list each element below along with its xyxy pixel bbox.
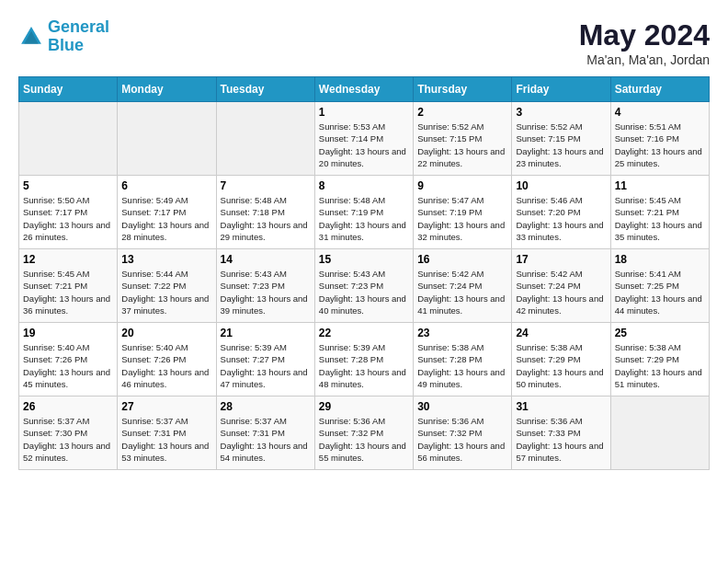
calendar-week-2: 5 Sunrise: 5:50 AMSunset: 7:17 PMDayligh… [19, 176, 710, 249]
day-number: 3 [516, 106, 606, 119]
calendar-cell: 27 Sunrise: 5:37 AMSunset: 7:31 PMDaylig… [118, 396, 216, 470]
month-title: May 2024 [579, 18, 710, 52]
day-number: 6 [121, 179, 211, 192]
day-info: Sunrise: 5:36 AMSunset: 7:32 PMDaylight:… [319, 415, 409, 464]
day-number: 8 [319, 179, 409, 192]
day-number: 19 [23, 327, 113, 339]
day-info: Sunrise: 5:38 AMSunset: 7:29 PMDaylight:… [516, 341, 606, 390]
day-info: Sunrise: 5:40 AMSunset: 7:26 PMDaylight:… [23, 341, 113, 390]
day-number: 30 [417, 400, 507, 413]
calendar-cell: 3 Sunrise: 5:52 AMSunset: 7:15 PMDayligh… [512, 102, 610, 176]
calendar-cell: 28 Sunrise: 5:37 AMSunset: 7:31 PMDaylig… [216, 396, 314, 470]
calendar-cell: 26 Sunrise: 5:37 AMSunset: 7:30 PMDaylig… [19, 396, 118, 470]
day-number: 17 [516, 253, 606, 266]
calendar-cell: 12 Sunrise: 5:45 AMSunset: 7:21 PMDaylig… [19, 249, 118, 323]
day-info: Sunrise: 5:40 AMSunset: 7:26 PMDaylight:… [121, 341, 211, 390]
day-info: Sunrise: 5:44 AMSunset: 7:22 PMDaylight:… [121, 268, 211, 316]
day-info: Sunrise: 5:53 AMSunset: 7:14 PMDaylight:… [319, 121, 409, 169]
day-number: 21 [221, 327, 311, 339]
calendar-cell: 19 Sunrise: 5:40 AMSunset: 7:26 PMDaylig… [19, 323, 118, 396]
calendar-cell: 25 Sunrise: 5:38 AMSunset: 7:29 PMDaylig… [610, 323, 709, 396]
weekday-row: Sunday Monday Tuesday Wednesday Thursday… [19, 77, 710, 102]
calendar-header: Sunday Monday Tuesday Wednesday Thursday… [19, 77, 710, 102]
day-number: 7 [221, 179, 311, 192]
page-header: General Blue May 2024 Ma'an, Ma'an, Jord… [18, 18, 710, 67]
day-number: 24 [516, 327, 606, 339]
header-thursday: Thursday [414, 77, 512, 102]
day-info: Sunrise: 5:43 AMSunset: 7:23 PMDaylight:… [319, 268, 409, 316]
day-info: Sunrise: 5:48 AMSunset: 7:18 PMDaylight:… [221, 194, 311, 243]
calendar-cell: 7 Sunrise: 5:48 AMSunset: 7:18 PMDayligh… [216, 176, 314, 249]
calendar-cell: 4 Sunrise: 5:51 AMSunset: 7:16 PMDayligh… [610, 102, 709, 176]
day-info: Sunrise: 5:45 AMSunset: 7:21 PMDaylight:… [615, 194, 705, 243]
day-number: 28 [221, 400, 311, 413]
calendar-cell: 17 Sunrise: 5:42 AMSunset: 7:24 PMDaylig… [512, 249, 610, 323]
header-wednesday: Wednesday [314, 77, 413, 102]
day-info: Sunrise: 5:52 AMSunset: 7:15 PMDaylight:… [417, 121, 507, 169]
calendar-cell: 11 Sunrise: 5:45 AMSunset: 7:21 PMDaylig… [610, 176, 709, 249]
calendar-cell: 15 Sunrise: 5:43 AMSunset: 7:23 PMDaylig… [314, 249, 413, 323]
day-number: 12 [23, 253, 113, 266]
day-number: 14 [221, 253, 311, 266]
calendar-cell: 30 Sunrise: 5:36 AMSunset: 7:32 PMDaylig… [414, 396, 512, 470]
calendar-week-5: 26 Sunrise: 5:37 AMSunset: 7:30 PMDaylig… [19, 396, 710, 470]
day-info: Sunrise: 5:48 AMSunset: 7:19 PMDaylight:… [319, 194, 409, 243]
calendar-body: 1 Sunrise: 5:53 AMSunset: 7:14 PMDayligh… [19, 102, 710, 470]
calendar-cell: 31 Sunrise: 5:36 AMSunset: 7:33 PMDaylig… [512, 396, 610, 470]
day-info: Sunrise: 5:50 AMSunset: 7:17 PMDaylight:… [23, 194, 113, 243]
day-info: Sunrise: 5:45 AMSunset: 7:21 PMDaylight:… [23, 268, 113, 316]
calendar-cell: 1 Sunrise: 5:53 AMSunset: 7:14 PMDayligh… [314, 102, 413, 176]
day-info: Sunrise: 5:39 AMSunset: 7:28 PMDaylight:… [319, 341, 409, 390]
day-info: Sunrise: 5:46 AMSunset: 7:20 PMDaylight:… [516, 194, 606, 243]
calendar-cell: 29 Sunrise: 5:36 AMSunset: 7:32 PMDaylig… [314, 396, 413, 470]
day-info: Sunrise: 5:37 AMSunset: 7:31 PMDaylight:… [121, 415, 211, 464]
day-info: Sunrise: 5:42 AMSunset: 7:24 PMDaylight:… [417, 268, 507, 316]
day-number: 10 [516, 179, 606, 192]
day-info: Sunrise: 5:43 AMSunset: 7:23 PMDaylight:… [221, 268, 311, 316]
day-info: Sunrise: 5:38 AMSunset: 7:29 PMDaylight:… [615, 341, 705, 390]
calendar-cell: 14 Sunrise: 5:43 AMSunset: 7:23 PMDaylig… [216, 249, 314, 323]
logo: General Blue [18, 18, 109, 55]
header-monday: Monday [118, 77, 216, 102]
calendar-cell: 9 Sunrise: 5:47 AMSunset: 7:19 PMDayligh… [414, 176, 512, 249]
header-friday: Friday [512, 77, 610, 102]
calendar-cell: 6 Sunrise: 5:49 AMSunset: 7:17 PMDayligh… [118, 176, 216, 249]
day-info: Sunrise: 5:51 AMSunset: 7:16 PMDaylight:… [615, 121, 705, 169]
calendar-week-3: 12 Sunrise: 5:45 AMSunset: 7:21 PMDaylig… [19, 249, 710, 323]
calendar-cell [216, 102, 314, 176]
day-number: 31 [516, 400, 606, 413]
calendar-cell: 22 Sunrise: 5:39 AMSunset: 7:28 PMDaylig… [314, 323, 413, 396]
day-number: 16 [417, 253, 507, 266]
day-number: 20 [121, 327, 211, 339]
calendar-cell: 21 Sunrise: 5:39 AMSunset: 7:27 PMDaylig… [216, 323, 314, 396]
day-number: 23 [417, 327, 507, 339]
logo-icon [18, 24, 44, 50]
logo-text: General Blue [48, 18, 109, 55]
day-info: Sunrise: 5:39 AMSunset: 7:27 PMDaylight:… [221, 341, 311, 390]
header-tuesday: Tuesday [216, 77, 314, 102]
day-info: Sunrise: 5:41 AMSunset: 7:25 PMDaylight:… [615, 268, 705, 316]
day-number: 18 [615, 253, 705, 266]
calendar-cell: 5 Sunrise: 5:50 AMSunset: 7:17 PMDayligh… [19, 176, 118, 249]
day-info: Sunrise: 5:36 AMSunset: 7:32 PMDaylight:… [417, 415, 507, 464]
day-number: 27 [121, 400, 211, 413]
calendar-cell: 13 Sunrise: 5:44 AMSunset: 7:22 PMDaylig… [118, 249, 216, 323]
calendar-cell: 18 Sunrise: 5:41 AMSunset: 7:25 PMDaylig… [610, 249, 709, 323]
logo-line1: General [48, 17, 109, 36]
day-number: 4 [615, 106, 705, 119]
day-info: Sunrise: 5:52 AMSunset: 7:15 PMDaylight:… [516, 121, 606, 169]
day-number: 5 [23, 179, 113, 192]
day-info: Sunrise: 5:37 AMSunset: 7:31 PMDaylight:… [221, 415, 311, 464]
calendar-cell: 20 Sunrise: 5:40 AMSunset: 7:26 PMDaylig… [118, 323, 216, 396]
day-info: Sunrise: 5:47 AMSunset: 7:19 PMDaylight:… [417, 194, 507, 243]
day-number: 2 [417, 106, 507, 119]
day-number: 25 [615, 327, 705, 339]
day-number: 22 [319, 327, 409, 339]
day-info: Sunrise: 5:42 AMSunset: 7:24 PMDaylight:… [516, 268, 606, 316]
day-info: Sunrise: 5:36 AMSunset: 7:33 PMDaylight:… [516, 415, 606, 464]
calendar-cell: 16 Sunrise: 5:42 AMSunset: 7:24 PMDaylig… [414, 249, 512, 323]
day-number: 26 [23, 400, 113, 413]
day-number: 15 [319, 253, 409, 266]
calendar-cell: 2 Sunrise: 5:52 AMSunset: 7:15 PMDayligh… [414, 102, 512, 176]
day-info: Sunrise: 5:49 AMSunset: 7:17 PMDaylight:… [121, 194, 211, 243]
